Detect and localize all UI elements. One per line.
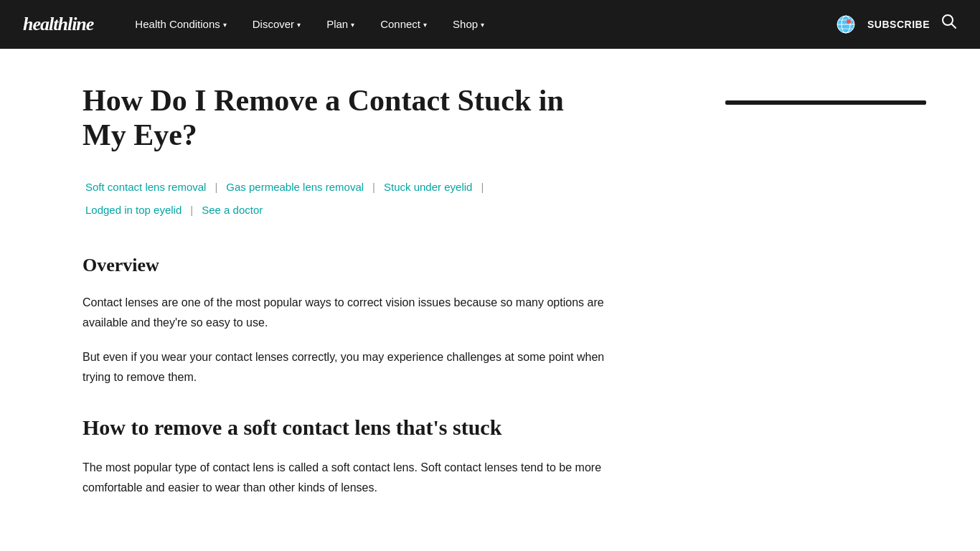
overview-para-1: Contact lenses are one of the most popul… bbox=[83, 293, 621, 333]
chevron-down-icon: ▾ bbox=[481, 19, 484, 31]
toc-stuck-under[interactable]: Stuck under eyelid bbox=[381, 179, 475, 196]
soft-contact-para-1: The most popular type of contact lens is… bbox=[83, 458, 621, 498]
navbar-right: SUBSCRIBE bbox=[836, 13, 957, 36]
svg-line-7 bbox=[952, 24, 956, 29]
toc-row-1: Soft contact lens removal | Gas permeabl… bbox=[83, 179, 697, 196]
chevron-down-icon: ▾ bbox=[223, 19, 227, 31]
toc-links: Soft contact lens removal | Gas permeabl… bbox=[83, 179, 697, 225]
search-icon[interactable] bbox=[941, 13, 957, 36]
toc-lodged-top[interactable]: Lodged in top eyelid bbox=[83, 202, 184, 219]
toc-sep-3: | bbox=[475, 179, 489, 196]
toc-see-doctor[interactable]: See a doctor bbox=[199, 202, 265, 219]
globe-icon[interactable] bbox=[836, 14, 856, 34]
soft-contact-heading: How to remove a soft contact lens that's… bbox=[83, 410, 697, 445]
content-wrapper: How Do I Remove a Contact Stuck in My Ey… bbox=[60, 49, 920, 541]
article-title: How Do I Remove a Contact Stuck in My Ey… bbox=[83, 83, 585, 153]
nav-health-conditions[interactable]: Health Conditions ▾ bbox=[122, 0, 239, 49]
overview-section: Overview Contact lenses are one of the m… bbox=[83, 250, 697, 388]
sidebar-progress-bar bbox=[725, 100, 926, 105]
overview-heading: Overview bbox=[83, 250, 697, 281]
toc-soft-contact[interactable]: Soft contact lens removal bbox=[83, 179, 209, 196]
nav-connect[interactable]: Connect ▾ bbox=[367, 0, 440, 49]
subscribe-button[interactable]: SUBSCRIBE bbox=[867, 17, 930, 32]
chevron-down-icon: ▾ bbox=[297, 19, 301, 31]
nav-shop[interactable]: Shop ▾ bbox=[440, 0, 497, 49]
overview-para-2: But even if you wear your contact lenses… bbox=[83, 347, 621, 387]
nav-discover[interactable]: Discover ▾ bbox=[240, 0, 314, 49]
chevron-down-icon: ▾ bbox=[351, 19, 354, 31]
toc-row-2: Lodged in top eyelid | See a doctor bbox=[83, 202, 697, 219]
navbar: healthline Health Conditions ▾ Discover … bbox=[0, 0, 980, 49]
toc-sep-2: | bbox=[367, 179, 381, 196]
chevron-down-icon: ▾ bbox=[423, 19, 427, 31]
toc-sep-4: | bbox=[184, 202, 199, 219]
logo[interactable]: healthline bbox=[23, 9, 93, 39]
soft-contact-section: How to remove a soft contact lens that's… bbox=[83, 410, 697, 498]
nav-plan[interactable]: Plan ▾ bbox=[314, 0, 367, 49]
svg-point-5 bbox=[847, 19, 851, 24]
toc-gas-permeable[interactable]: Gas permeable lens removal bbox=[223, 179, 367, 196]
main-content: How Do I Remove a Contact Stuck in My Ey… bbox=[83, 49, 697, 541]
toc-sep-1: | bbox=[209, 179, 223, 196]
sidebar bbox=[697, 49, 897, 541]
nav-menu: Health Conditions ▾ Discover ▾ Plan ▾ Co… bbox=[122, 0, 836, 49]
